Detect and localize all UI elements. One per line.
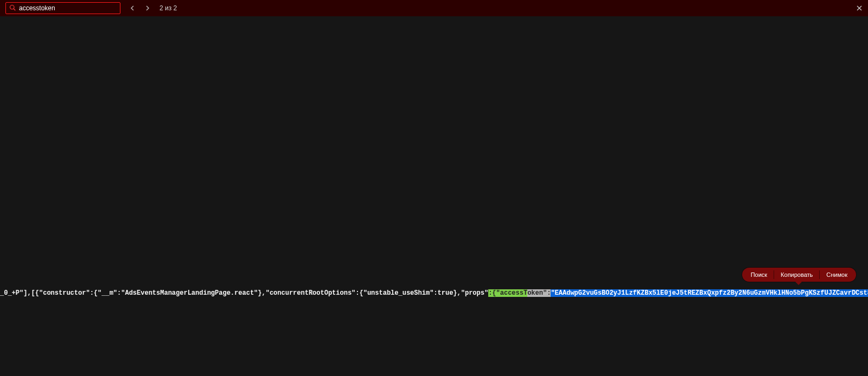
match-count: 2 из 2: [159, 4, 177, 12]
next-match-button[interactable]: [143, 4, 152, 12]
tooltip-snapshot-button[interactable]: Снимок: [820, 271, 854, 278]
svg-point-0: [10, 5, 15, 10]
tooltip-copy-button[interactable]: Копировать: [774, 271, 819, 278]
prev-match-button[interactable]: [128, 4, 137, 12]
search-icon: [9, 3, 16, 13]
search-highlight: oken":: [527, 289, 551, 297]
selection-tooltip: Поиск Копировать Снимок: [742, 268, 856, 282]
svg-line-1: [14, 9, 15, 10]
code-prefix: _0_+P"],[{"constructor":{"__m":"AdsEvent…: [0, 289, 488, 297]
search-field[interactable]: [5, 2, 120, 14]
find-bar: 2 из 2: [0, 0, 868, 16]
search-nav: [128, 4, 152, 12]
tooltip-search-button[interactable]: Поиск: [744, 271, 774, 278]
close-icon[interactable]: [854, 3, 865, 14]
text-selection: "EAAdwpG2vuGsBO2yJ1LzfKZBx5lE0jeJ5tREZBx…: [551, 289, 868, 297]
source-line[interactable]: _0_+P"],[{"constructor":{"__m":"AdsEvent…: [0, 289, 868, 297]
search-input[interactable]: [19, 4, 117, 12]
search-highlight-current: :{"accessT: [488, 289, 527, 297]
